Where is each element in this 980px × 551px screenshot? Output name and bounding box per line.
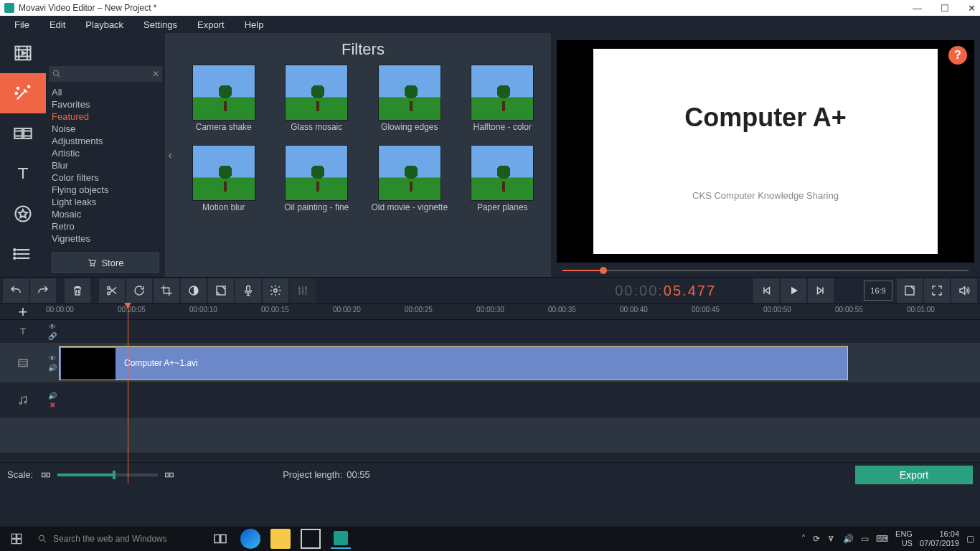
clear-search-icon[interactable]: ✕	[152, 69, 159, 79]
store-icon[interactable]	[301, 529, 321, 549]
menu-playback[interactable]: Playback	[75, 19, 133, 30]
filter-item[interactable]: Motion blur	[178, 145, 270, 222]
keyboard-icon[interactable]: ⌨	[876, 534, 888, 544]
task-view-icon[interactable]	[210, 529, 230, 549]
taskbar-datetime[interactable]: 16:04 07/07/2019	[920, 529, 959, 548]
movavi-taskbar-icon[interactable]	[331, 529, 351, 549]
file-explorer-icon[interactable]	[270, 529, 291, 549]
settings-button[interactable]	[263, 278, 288, 303]
start-button[interactable]	[0, 533, 33, 545]
fx-toggle-icon[interactable]: ✖	[50, 401, 55, 409]
delete-button[interactable]	[65, 278, 90, 303]
seek-bar[interactable]	[557, 267, 974, 274]
cat-featured[interactable]: Featured	[52, 110, 165, 123]
taskbar-clock[interactable]: ENG US	[895, 529, 913, 548]
prev-frame-button[interactable]	[753, 278, 779, 303]
record-audio-button[interactable]	[235, 278, 261, 303]
tool-titles[interactable]	[0, 154, 46, 194]
play-button[interactable]	[781, 278, 806, 303]
tool-transitions[interactable]	[0, 113, 46, 154]
audio-track[interactable]: 🔊✖	[0, 383, 980, 418]
tool-media[interactable]	[0, 33, 46, 73]
link-toggle-icon[interactable]: 🔗	[48, 332, 57, 340]
menu-settings[interactable]: Settings	[133, 19, 187, 30]
clip-properties-button[interactable]	[208, 278, 234, 303]
sync-icon[interactable]: ⟳	[813, 534, 820, 544]
notifications-icon[interactable]: ▢	[966, 534, 974, 544]
split-button[interactable]	[99, 278, 125, 303]
filter-item[interactable]: Glowing edges	[364, 65, 456, 142]
volume-tray-icon[interactable]: 🔊	[843, 534, 854, 544]
title-track[interactable]: 👁🔗	[0, 320, 980, 343]
cat-light-leaks[interactable]: Light leaks	[52, 196, 165, 208]
help-button[interactable]: ?	[948, 46, 967, 65]
scale-slider[interactable]	[57, 474, 158, 476]
video-track[interactable]: 👁🔊 Computer A+~1.avi	[0, 343, 980, 383]
network-icon[interactable]: ⛛	[827, 534, 836, 544]
rotate-button[interactable]	[126, 278, 152, 303]
filter-item[interactable]: Halftone - color	[457, 65, 549, 142]
cat-retro[interactable]: Retro	[52, 220, 165, 232]
close-icon[interactable]: ✕	[968, 3, 976, 14]
tool-filters[interactable]	[0, 73, 46, 113]
zoom-out-icon[interactable]	[40, 469, 52, 481]
tray-expand-icon[interactable]: ˄	[801, 534, 806, 544]
seek-handle[interactable]	[600, 267, 607, 274]
edge-icon[interactable]	[240, 529, 260, 549]
equalizer-button[interactable]	[290, 278, 316, 303]
menu-help[interactable]: Help	[235, 19, 274, 30]
cat-flying-objects[interactable]: Flying objects	[52, 184, 165, 196]
filter-item[interactable]: Glass mosaic	[271, 65, 363, 142]
filter-item[interactable]: Oil painting - fine	[271, 145, 363, 222]
minimize-icon[interactable]: —	[913, 3, 922, 14]
video-clip[interactable]: Computer A+~1.avi	[59, 346, 848, 380]
menu-file[interactable]: File	[4, 19, 39, 30]
filter-item[interactable]: Camera shake	[178, 65, 270, 142]
crop-button[interactable]	[154, 278, 179, 303]
cat-color-filters[interactable]: Color filters	[52, 171, 165, 184]
ruler-mark: 00:00:15	[261, 306, 289, 314]
export-button[interactable]: Export	[855, 466, 973, 484]
next-frame-button[interactable]	[808, 278, 834, 303]
mute-toggle-icon[interactable]: 🔊	[48, 392, 57, 400]
tool-stickers[interactable]	[0, 194, 46, 234]
menu-edit[interactable]: Edit	[39, 19, 75, 30]
timeline-ruler[interactable]: + 00:00:0000:00:0500:00:1000:00:1500:00:…	[0, 304, 980, 320]
timeline-scrollbar[interactable]	[0, 453, 980, 462]
store-button[interactable]: Store	[52, 253, 159, 273]
filter-thumb	[285, 145, 348, 201]
cat-artistic[interactable]: Artistic	[52, 147, 165, 159]
add-track-button[interactable]: +	[0, 303, 46, 321]
battery-icon[interactable]: ▭	[861, 534, 869, 544]
filter-search[interactable]: ✕	[49, 66, 162, 82]
visibility-toggle-icon[interactable]: 👁	[49, 323, 56, 331]
color-adjust-button[interactable]	[181, 278, 207, 303]
tool-more[interactable]	[0, 234, 46, 274]
zoom-in-icon[interactable]	[164, 469, 175, 481]
cat-mosaic[interactable]: Mosaic	[52, 208, 165, 220]
fullscreen-button[interactable]	[924, 278, 950, 303]
redo-button[interactable]	[30, 278, 56, 303]
mute-toggle-icon[interactable]: 🔊	[48, 364, 57, 372]
filter-item[interactable]: Old movie - vignette	[364, 145, 456, 222]
maximize-icon[interactable]: ☐	[941, 3, 949, 14]
cat-blur[interactable]: Blur	[52, 159, 165, 171]
aspect-ratio-button[interactable]: 16:9	[864, 281, 892, 301]
cat-all[interactable]: All	[52, 86, 165, 98]
collapse-panel-button[interactable]: ‹	[165, 33, 175, 277]
filter-item[interactable]: Paper planes	[457, 145, 549, 222]
timeline-empty-area[interactable]	[0, 418, 980, 453]
cat-noise[interactable]: Noise	[52, 123, 165, 135]
menu-export[interactable]: Export	[187, 19, 235, 30]
svg-point-22	[24, 401, 27, 403]
visibility-toggle-icon[interactable]: 👁	[49, 354, 56, 362]
cat-vignettes[interactable]: Vignettes	[52, 232, 165, 245]
cat-adjustments[interactable]: Adjustments	[52, 135, 165, 147]
playhead[interactable]	[128, 304, 128, 484]
taskbar-search[interactable]: Search the web and Windows	[33, 534, 167, 544]
cat-favorites[interactable]: Favorites	[52, 98, 165, 110]
detach-preview-button[interactable]	[897, 278, 923, 303]
preview-viewport[interactable]: Computer A+ CKS Computer Knowledge Shari…	[557, 40, 974, 263]
undo-button[interactable]	[3, 278, 29, 303]
volume-button[interactable]	[951, 278, 977, 303]
